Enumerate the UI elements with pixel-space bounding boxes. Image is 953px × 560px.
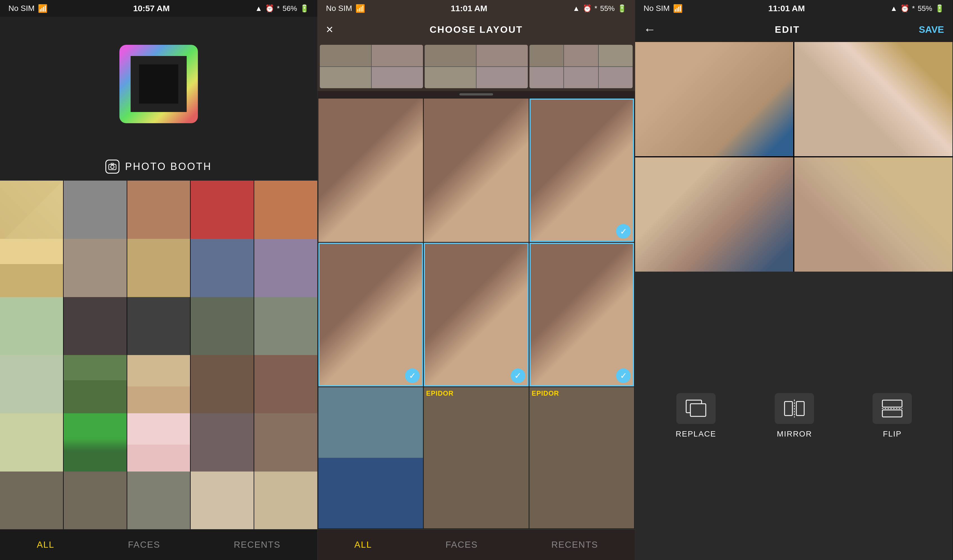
rainbow-logo	[120, 45, 198, 123]
photo-cell-4[interactable]	[191, 181, 254, 244]
edit-cell-br[interactable]	[794, 157, 953, 272]
photo-cell-11[interactable]	[0, 297, 63, 360]
replace-icon	[685, 399, 707, 418]
wifi-icon-1: 📶	[38, 4, 48, 13]
edit-cell-bl[interactable]	[635, 157, 793, 272]
sel-cell-4[interactable]: ✓	[318, 243, 423, 386]
svg-point-3	[111, 165, 114, 169]
photo-cell-12[interactable]	[64, 297, 127, 360]
save-button[interactable]: SAVE	[919, 24, 944, 35]
photo-cell-29[interactable]	[191, 472, 254, 529]
battery-label-3: 55%	[918, 4, 932, 13]
check-icon-4: ✓	[409, 371, 416, 381]
scroll-indicator	[459, 93, 493, 96]
photo-cell-25[interactable]	[254, 413, 317, 476]
mirror-tool[interactable]: MIRROR	[775, 393, 814, 438]
flip-tool[interactable]: FLIP	[872, 393, 912, 438]
photo-cell-7[interactable]	[64, 239, 127, 302]
photo-cell-10[interactable]	[254, 239, 317, 302]
alarm-icon-2: ⏰	[583, 4, 592, 13]
photo-cell-18[interactable]	[127, 355, 190, 418]
photo-cell-20[interactable]	[254, 355, 317, 418]
photo-cell-8[interactable]	[127, 239, 190, 302]
photo-booth-label: PHOTO BOOTH	[0, 151, 317, 181]
photo-cell-13[interactable]	[127, 297, 190, 360]
photo-cell-1[interactable]	[0, 181, 63, 244]
check-badge-4: ✓	[405, 368, 420, 383]
status-bar-left-1: No SIM 📶	[8, 4, 48, 13]
photo-cell-30[interactable]	[254, 472, 317, 529]
sel-cell-3[interactable]: ✓	[529, 99, 634, 242]
layout-thumb-3col[interactable]	[529, 45, 633, 88]
photo-cell-9[interactable]	[191, 239, 254, 302]
sel-cell-6[interactable]: ✓	[529, 243, 634, 386]
replace-label: REPLACE	[676, 430, 716, 438]
svg-rect-6	[691, 404, 706, 416]
photo-cell-28[interactable]	[127, 472, 190, 529]
logo-area	[0, 17, 317, 151]
sel-cell-8[interactable]: EPIDOR	[424, 387, 528, 528]
photo-cell-5[interactable]	[254, 181, 317, 244]
choose-layout-topbar: × CHOOSE LAYOUT	[318, 17, 635, 42]
alarm-icon-3: ⏰	[900, 4, 909, 13]
photo-cell-15[interactable]	[254, 297, 317, 360]
status-bar-2: No SIM 📶 11:01 AM ▲ ⏰ * 55% 🔋	[318, 0, 635, 17]
photo-cell-26[interactable]	[0, 472, 63, 529]
photo-cell-16[interactable]	[0, 355, 63, 418]
sel-cell-2[interactable]	[424, 99, 528, 242]
svg-rect-11	[882, 410, 902, 417]
flip-icon	[881, 399, 903, 418]
back-button[interactable]: ←	[644, 22, 656, 36]
sel-cell-9[interactable]: EPIDOR	[529, 387, 634, 528]
check-badge-5: ✓	[511, 368, 525, 383]
sel-cell-1[interactable]	[318, 99, 423, 242]
edit-cell-tr[interactable]	[794, 42, 953, 156]
status-bar-right-3: ▲ ⏰ * 55% 🔋	[890, 4, 944, 13]
layout-thumb-2x2[interactable]	[320, 45, 423, 88]
nav-recents-1[interactable]: RECENTS	[234, 540, 281, 550]
mirror-icon-box	[775, 393, 814, 424]
layout-thumb-2x2b[interactable]	[425, 45, 528, 88]
nav-all-1[interactable]: ALL	[37, 540, 54, 550]
nav-faces-2[interactable]: FACES	[445, 540, 478, 550]
nav-all-2[interactable]: ALL	[354, 540, 372, 550]
check-icon-5: ✓	[514, 371, 522, 381]
camera-icon	[106, 159, 120, 173]
photo-cell-23[interactable]	[127, 413, 190, 476]
nav-faces-1[interactable]: FACES	[128, 540, 160, 550]
sel-cell-7[interactable]	[318, 387, 423, 528]
photo-cell-27[interactable]	[64, 472, 127, 529]
photo-cell-19[interactable]	[191, 355, 254, 418]
no-sim-label-2: No SIM	[326, 4, 352, 13]
photo-cell-24[interactable]	[191, 413, 254, 476]
screen-edit: No SIM 📶 11:01 AM ▲ ⏰ * 55% 🔋 ← EDIT SAV…	[635, 0, 953, 560]
nav-recents-2[interactable]: RECENTS	[551, 540, 598, 550]
photo-cell-2[interactable]	[64, 181, 127, 244]
status-bar-right-1: ▲ ⏰ * 56% 🔋	[255, 4, 309, 13]
status-bar-1: No SIM 📶 10:57 AM ▲ ⏰ * 56% 🔋	[0, 0, 317, 17]
photo-cell-21[interactable]	[0, 413, 63, 476]
photo-cell-17[interactable]	[64, 355, 127, 418]
sel-cell-5[interactable]: ✓	[424, 243, 528, 386]
edit-tools-area: REPLACE MIRROR	[635, 272, 953, 560]
photo-cell-3[interactable]	[127, 181, 190, 244]
flip-icon-box	[872, 393, 912, 424]
check-icon-6: ✓	[620, 371, 627, 381]
photo-cell-6[interactable]	[0, 239, 63, 302]
choose-layout-title: CHOOSE LAYOUT	[430, 24, 523, 35]
close-button[interactable]: ×	[326, 22, 333, 36]
edit-cell-tl[interactable]	[635, 42, 793, 156]
status-bar-left-3: No SIM 📶	[644, 4, 683, 13]
photo-cell-22[interactable]	[64, 413, 127, 476]
photo-booth-text: PHOTO BOOTH	[125, 161, 212, 172]
photo-cell-14[interactable]	[191, 297, 254, 360]
layout-row-1	[320, 45, 633, 88]
battery-label-2: 55%	[600, 4, 615, 13]
replace-tool[interactable]: REPLACE	[676, 393, 716, 438]
bluetooth-icon-1: *	[277, 4, 280, 13]
photo-grid-1	[0, 181, 317, 529]
edit-photo-grid	[635, 42, 953, 272]
edit-title: EDIT	[775, 24, 800, 35]
location-icon-1: ▲	[255, 4, 262, 13]
epidor-label-2: EPIDOR	[532, 390, 559, 397]
